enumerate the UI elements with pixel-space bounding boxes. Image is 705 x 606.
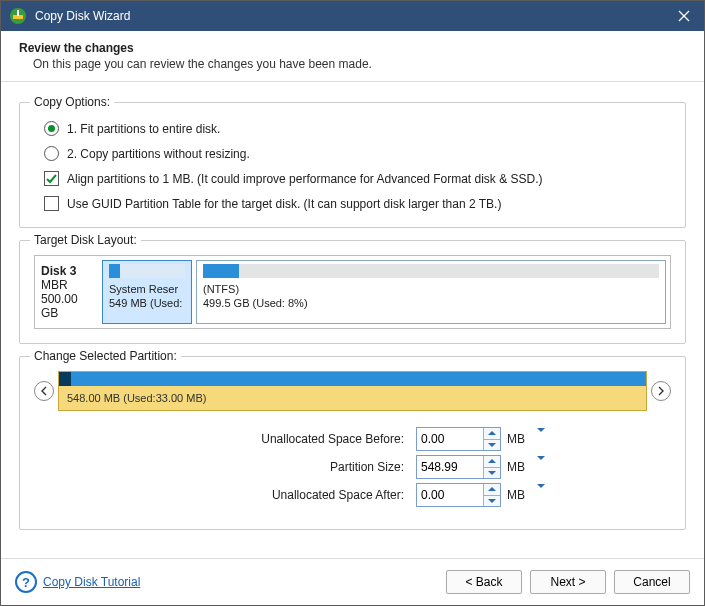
next-button[interactable]: Next > bbox=[530, 570, 606, 594]
option-align-partitions[interactable]: Align partitions to 1 MB. (It could impr… bbox=[44, 171, 671, 186]
option-label: 1. Fit partitions to entire disk. bbox=[67, 122, 220, 136]
slider-right-button[interactable] bbox=[651, 381, 671, 401]
size-input[interactable] bbox=[417, 456, 483, 478]
partition-sub: 549 MB (Used: bbox=[109, 296, 185, 310]
unit-dropdown[interactable] bbox=[535, 432, 547, 446]
chevron-down-icon bbox=[488, 443, 496, 447]
option-copy-without-resize[interactable]: 2. Copy partitions without resizing. bbox=[44, 146, 671, 161]
page-title: Review the changes bbox=[19, 41, 686, 55]
checkbox-icon bbox=[44, 171, 59, 186]
checkbox-icon bbox=[44, 196, 59, 211]
help-icon: ? bbox=[15, 571, 37, 593]
wizard-window: Copy Disk Wizard Review the changes On t… bbox=[0, 0, 705, 606]
chevron-up-icon bbox=[488, 487, 496, 491]
partition-list: System Reser549 MB (Used:(NTFS)499.5 GB … bbox=[102, 260, 666, 324]
chevron-down-icon bbox=[488, 499, 496, 503]
back-button[interactable]: < Back bbox=[446, 570, 522, 594]
chevron-up-icon bbox=[488, 431, 496, 435]
help-area: ? Copy Disk Tutorial bbox=[15, 571, 140, 593]
partition-box[interactable]: System Reser549 MB (Used: bbox=[102, 260, 192, 324]
size-label: Unallocated Space Before: bbox=[34, 432, 410, 446]
unit-dropdown[interactable] bbox=[535, 488, 547, 502]
size-input[interactable] bbox=[417, 428, 483, 450]
size-spinner[interactable] bbox=[416, 427, 501, 451]
slider-left-button[interactable] bbox=[34, 381, 54, 401]
slider-track[interactable]: 548.00 MB (Used:33.00 MB) bbox=[58, 371, 647, 411]
disk-layout: Disk 3 MBR 500.00 GB System Reser549 MB … bbox=[34, 255, 671, 329]
partition-usage-bar bbox=[109, 264, 185, 278]
partition-slider: 548.00 MB (Used:33.00 MB) bbox=[34, 371, 671, 411]
size-row: Partition Size:MB bbox=[34, 455, 671, 479]
titlebar: Copy Disk Wizard bbox=[1, 1, 704, 31]
option-label: 2. Copy partitions without resizing. bbox=[67, 147, 250, 161]
size-unit: MB bbox=[507, 488, 529, 502]
change-partition-legend: Change Selected Partition: bbox=[30, 349, 181, 363]
partition-box[interactable]: (NTFS)499.5 GB (Used: 8%) bbox=[196, 260, 666, 324]
size-unit: MB bbox=[507, 432, 529, 446]
size-unit: MB bbox=[507, 460, 529, 474]
wizard-body: Copy Options: 1. Fit partitions to entir… bbox=[1, 82, 704, 558]
tutorial-link[interactable]: Copy Disk Tutorial bbox=[43, 575, 140, 589]
size-label: Unallocated Space After: bbox=[34, 488, 410, 502]
size-spinner[interactable] bbox=[416, 483, 501, 507]
spin-up-button[interactable] bbox=[484, 428, 500, 440]
radio-icon bbox=[44, 146, 59, 161]
wizard-header: Review the changes On this page you can … bbox=[1, 31, 704, 82]
spin-up-button[interactable] bbox=[484, 484, 500, 496]
partition-usage-bar bbox=[203, 264, 659, 278]
spin-down-button[interactable] bbox=[484, 440, 500, 451]
option-use-guid[interactable]: Use GUID Partition Table for the target … bbox=[44, 196, 671, 211]
size-row: Unallocated Space After:MB bbox=[34, 483, 671, 507]
copy-options-group: Copy Options: 1. Fit partitions to entir… bbox=[19, 102, 686, 228]
target-disk-layout-group: Target Disk Layout: Disk 3 MBR 500.00 GB… bbox=[19, 240, 686, 344]
option-label: Use GUID Partition Table for the target … bbox=[67, 197, 501, 211]
spin-up-button[interactable] bbox=[484, 456, 500, 468]
disk-scheme: MBR bbox=[41, 278, 96, 292]
svg-rect-2 bbox=[17, 10, 19, 16]
size-spinner[interactable] bbox=[416, 455, 501, 479]
spin-down-button[interactable] bbox=[484, 496, 500, 507]
window-title: Copy Disk Wizard bbox=[35, 9, 664, 23]
page-subtitle: On this page you can review the changes … bbox=[33, 57, 686, 71]
size-row: Unallocated Space Before:MB bbox=[34, 427, 671, 451]
close-button[interactable] bbox=[664, 1, 704, 31]
size-label: Partition Size: bbox=[34, 460, 410, 474]
partition-name: (NTFS) bbox=[203, 282, 659, 296]
option-label: Align partitions to 1 MB. (It could impr… bbox=[67, 172, 543, 186]
chevron-up-icon bbox=[488, 459, 496, 463]
app-icon bbox=[9, 7, 27, 25]
change-partition-group: Change Selected Partition: 548.00 MB (Us… bbox=[19, 356, 686, 530]
slider-caption: 548.00 MB (Used:33.00 MB) bbox=[59, 386, 646, 410]
radio-icon bbox=[44, 121, 59, 136]
disk-size: 500.00 GB bbox=[41, 292, 96, 320]
copy-options-legend: Copy Options: bbox=[30, 95, 114, 109]
option-fit-partitions[interactable]: 1. Fit partitions to entire disk. bbox=[44, 121, 671, 136]
chevron-down-icon bbox=[488, 471, 496, 475]
spin-down-button[interactable] bbox=[484, 468, 500, 479]
size-form: Unallocated Space Before:MBPartition Siz… bbox=[34, 427, 671, 507]
chevron-down-icon bbox=[537, 428, 545, 446]
chevron-down-icon bbox=[537, 484, 545, 502]
size-input[interactable] bbox=[417, 484, 483, 506]
target-disk-legend: Target Disk Layout: bbox=[30, 233, 141, 247]
partition-sub: 499.5 GB (Used: 8%) bbox=[203, 296, 659, 310]
slider-bar bbox=[59, 372, 646, 386]
partition-name: System Reser bbox=[109, 282, 185, 296]
chevron-down-icon bbox=[537, 456, 545, 474]
disk-info: Disk 3 MBR 500.00 GB bbox=[39, 260, 98, 324]
disk-name: Disk 3 bbox=[41, 264, 96, 278]
cancel-button[interactable]: Cancel bbox=[614, 570, 690, 594]
unit-dropdown[interactable] bbox=[535, 460, 547, 474]
wizard-footer: ? Copy Disk Tutorial < Back Next > Cance… bbox=[1, 558, 704, 605]
